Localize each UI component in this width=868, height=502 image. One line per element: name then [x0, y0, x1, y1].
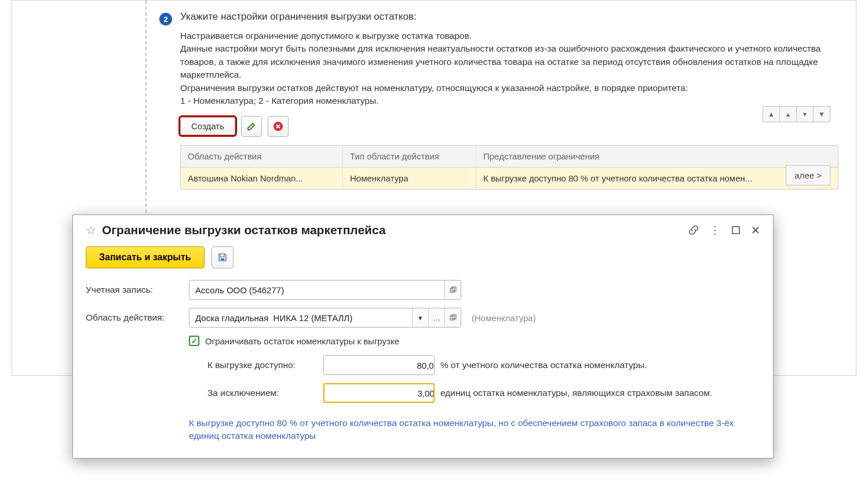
- triangle-up-bar-icon: ▲: [768, 110, 775, 118]
- limit-checkbox-label: Ограничивать остаток номенклатуры к выгр…: [205, 336, 399, 346]
- floppy-icon: [217, 252, 228, 263]
- step-number-badge: 2: [159, 13, 172, 26]
- edit-button[interactable]: [241, 116, 262, 137]
- constraints-table: Область действия Тип области действия Пр…: [180, 145, 838, 190]
- avail-label: К выгрузке доступно:: [207, 360, 318, 370]
- link-icon: [688, 224, 699, 236]
- scope-hint: (Номенклатура): [472, 313, 536, 323]
- svg-rect-3: [221, 259, 224, 260]
- maximize-button[interactable]: [731, 225, 741, 235]
- close-dialog-button[interactable]: [751, 225, 760, 235]
- avail-percent-input[interactable]: [324, 356, 435, 374]
- open-select-button[interactable]: [444, 281, 461, 299]
- scope-label: Область действия:: [86, 312, 184, 323]
- next-button[interactable]: алее >: [786, 165, 830, 185]
- table-row[interactable]: Автошина Nokian Nordman... Номенклатура …: [181, 168, 838, 189]
- scope-dropdown-button[interactable]: ▾: [412, 308, 428, 327]
- svg-rect-1: [732, 227, 739, 234]
- triangle-up-icon: ▴: [786, 110, 790, 118]
- favorite-star-icon[interactable]: ☆: [86, 223, 96, 237]
- list-bottom-button[interactable]: ▼: [813, 106, 830, 122]
- constraint-summary-note: К выгрузке доступно 80 % от учетного кол…: [189, 417, 757, 443]
- table-cell-scope: Автошина Nokian Nordman...: [181, 168, 343, 189]
- except-label: За исключением:: [207, 388, 318, 398]
- kebab-icon: ⋮: [710, 224, 721, 237]
- chevron-down-icon: ▾: [418, 314, 422, 322]
- svg-rect-2: [220, 254, 224, 257]
- triangle-down-bar-icon: ▼: [818, 110, 825, 118]
- delete-button[interactable]: [268, 116, 289, 137]
- open-in-new-icon: [450, 314, 457, 321]
- scope-open-button[interactable]: [444, 308, 461, 327]
- except-units-input[interactable]: [324, 384, 435, 402]
- table-header-scope[interactable]: Область действия: [181, 145, 343, 168]
- avail-trail-text: % от учетного количества остатка номенкл…: [440, 360, 647, 370]
- list-down-button[interactable]: ▾: [796, 106, 814, 122]
- scope-select-button[interactable]: …: [428, 308, 444, 327]
- account-input[interactable]: [189, 281, 444, 299]
- dialog-title: Ограничение выгрузки остатков маркетплей…: [102, 223, 682, 237]
- more-button[interactable]: ⋮: [710, 224, 721, 237]
- scope-input[interactable]: [189, 308, 412, 327]
- create-button[interactable]: Создать: [180, 117, 235, 135]
- list-up-button[interactable]: ▴: [779, 106, 797, 122]
- close-icon: [751, 225, 760, 235]
- list-nav-buttons: ▲ ▴ ▾ ▼: [763, 106, 830, 122]
- close-circle-icon: [273, 121, 283, 132]
- save-and-close-button[interactable]: Записать и закрыть: [86, 246, 205, 268]
- table-cell-scope-type: Номенклатура: [343, 168, 476, 189]
- link-button[interactable]: [688, 224, 699, 236]
- limit-checkbox[interactable]: ✓: [189, 336, 199, 346]
- pencil-icon: [247, 122, 256, 131]
- square-icon: [731, 225, 741, 235]
- except-trail-text: единиц остатка номенклатуры, являющихся …: [440, 388, 712, 398]
- account-label: Учетная запись:: [86, 285, 184, 295]
- table-header-scope-type[interactable]: Тип области действия: [343, 145, 476, 168]
- check-icon: ✓: [191, 337, 198, 345]
- triangle-down-icon: ▾: [803, 110, 807, 118]
- table-header-constraint[interactable]: Представление ограничения: [476, 145, 838, 168]
- table-cell-constraint: К выгрузке доступно 80 % от учетного кол…: [476, 168, 838, 189]
- step-title: Укажите настройки ограничения выгрузки о…: [180, 11, 838, 23]
- settings-toolbar: Создать: [180, 116, 838, 137]
- step-description: Настраивается ограничение допустимого к …: [180, 30, 838, 108]
- constraint-dialog: ☆ Ограничение выгрузки остатков маркетпл…: [72, 214, 774, 459]
- save-button[interactable]: [211, 246, 234, 268]
- ellipsis-icon: …: [433, 314, 440, 322]
- open-in-new-icon: [450, 286, 457, 293]
- list-top-button[interactable]: ▲: [763, 106, 780, 122]
